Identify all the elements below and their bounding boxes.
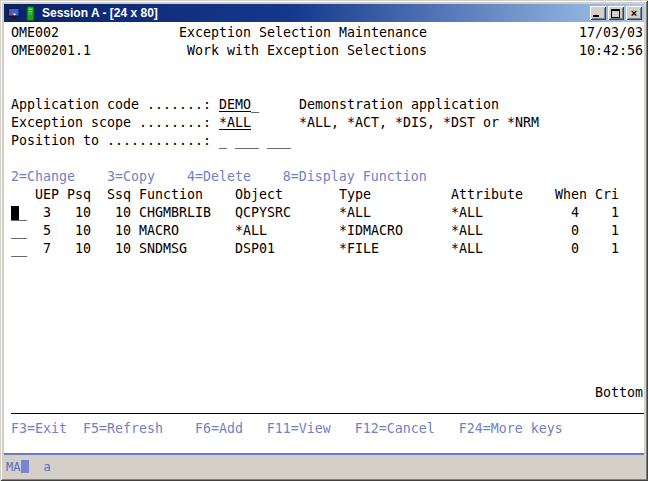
cell-uep: 3 (43, 204, 51, 222)
cell-cri: 1 (611, 240, 619, 258)
cell-cri: 1 (611, 222, 619, 240)
cell-psq: 10 (75, 204, 91, 222)
maximize-button[interactable] (608, 6, 624, 20)
cell-ssq: 10 (115, 240, 131, 258)
bottom-indicator: Bottom (595, 384, 643, 402)
maximize-icon (611, 9, 620, 18)
cell-object: *ALL (235, 222, 267, 240)
date: 17/03/03 (579, 24, 643, 42)
exception-scope-values: *ALL, *ACT, *DIS, *DST or *NRM (299, 114, 539, 132)
cell-cri: 1 (611, 204, 619, 222)
terminal-row: __31010CHGMBRLIBQCPYSRC*ALL*ALL41 (11, 204, 644, 222)
cell-type: *FILE (339, 240, 379, 258)
terminal-row: OME00201.1Work with Exception Selections… (11, 42, 644, 60)
col-header-function: Function (139, 186, 203, 204)
terminal-row: UEPPsqSsqFunctionObjectTypeAttributeWhen… (11, 186, 644, 204)
terminal-row: Exception scope ........:*ALL*ALL, *ACT,… (11, 114, 644, 132)
terminal-row: 2=Change 3=Copy 4=Delete 8=Display Funct… (11, 168, 644, 186)
col-header-uep: UEP (35, 186, 59, 204)
terminal-row: OME002Exception Selection Maintenance17/… (11, 24, 644, 42)
cell-attribute: *ALL (451, 222, 483, 240)
close-icon: × (631, 8, 637, 19)
screen-title: Exception Selection Maintenance (179, 24, 427, 42)
options-line: 2=Change 3=Copy 4=Delete 8=Display Funct… (11, 168, 427, 186)
terminal-client-area: OME002Exception Selection Maintenance17/… (4, 22, 644, 455)
cell-ssq: 10 (115, 204, 131, 222)
cell-when: 4 (571, 204, 579, 222)
application-code-label: Application code .......: (11, 96, 211, 114)
cell-when: 0 (571, 240, 579, 258)
exception-scope-label: Exception scope ........: (11, 114, 211, 132)
oia-block-indicator (21, 460, 29, 473)
window-controls: × (588, 6, 642, 20)
col-header-object: Object (235, 186, 283, 204)
terminal-row: __51010MACRO*ALL*IDMACRO*ALL01 (11, 222, 644, 240)
cell-uep: 7 (43, 240, 51, 258)
col-header-type: Type (339, 186, 371, 204)
cell-function: SNDMSG (139, 240, 187, 258)
time: 10:42:56 (579, 42, 643, 60)
col-header-cri: Cri (595, 186, 619, 204)
cell-attribute: *ALL (451, 240, 483, 258)
window-title: Session A - [24 x 80] (42, 6, 158, 20)
terminal-grid[interactable]: OME002Exception Selection Maintenance17/… (11, 24, 644, 455)
exception-scope-field[interactable]: *ALL (219, 114, 251, 132)
cell-type: *IDMACRO (339, 222, 403, 240)
option-field[interactable]: __ (11, 240, 27, 258)
minimize-button[interactable] (590, 6, 606, 20)
col-header-attribute: Attribute (451, 186, 523, 204)
cell-psq: 10 (75, 240, 91, 258)
cell-object: QCPYSRC (235, 204, 291, 222)
position-to-field-1[interactable]: _ (219, 132, 227, 150)
col-header-when: When (555, 186, 587, 204)
terminal-row: Position to ............:_______ (11, 132, 644, 150)
position-to-field-2[interactable]: ___ (235, 132, 259, 150)
cell-ssq: 10 (115, 222, 131, 240)
terminal-row: __71010SNDMSGDSP01*FILE*ALL01 (11, 240, 644, 258)
col-header-psq: Psq (67, 186, 91, 204)
application-description: Demonstration application (299, 96, 499, 114)
function-key-separator-line (11, 413, 644, 414)
oia-shift-indicator: a (43, 460, 50, 474)
cell-when: 0 (571, 222, 579, 240)
oia-system-indicator: MA (6, 460, 20, 474)
application-code-field[interactable]: DEMO (219, 96, 251, 114)
terminal-row: Bottom (11, 384, 644, 402)
cell-function: MACRO (139, 222, 179, 240)
session-window: Session A - [24 x 80] × OME002Exception … (0, 0, 648, 481)
terminal-cursor (11, 206, 19, 220)
position-to-field-3[interactable]: ___ (267, 132, 291, 150)
title-bar[interactable]: Session A - [24 x 80] × (4, 4, 644, 22)
option-field[interactable]: __ (11, 222, 27, 240)
terminal-row: Application code .......:DEMO_Demonstrat… (11, 96, 644, 114)
cell-psq: 10 (75, 222, 91, 240)
panel-id: OME00201.1 (11, 42, 91, 60)
panel-title: Work with Exception Selections (187, 42, 427, 60)
cell-uep: 5 (43, 222, 51, 240)
close-button[interactable]: × (626, 6, 642, 20)
cell-function: CHGMBRLIB (139, 204, 211, 222)
function-keys-line: F3=Exit F5=Refresh F6=Add F11=View F12=C… (11, 420, 563, 438)
minimize-icon (593, 15, 599, 17)
terminal-row: F3=Exit F5=Refresh F6=Add F11=View F12=C… (11, 420, 644, 438)
cell-attribute: *ALL (451, 204, 483, 222)
app-icon (7, 6, 22, 21)
cell-type: *ALL (339, 204, 371, 222)
position-to-label: Position to ............: (11, 132, 211, 150)
col-header-ssq: Ssq (107, 186, 131, 204)
operator-information-area: MA a (4, 453, 644, 478)
cell-object: DSP01 (235, 240, 275, 258)
screen-id: OME002 (11, 24, 59, 42)
application-code-field-pad[interactable]: _ (251, 96, 259, 114)
session-icon (23, 6, 38, 21)
